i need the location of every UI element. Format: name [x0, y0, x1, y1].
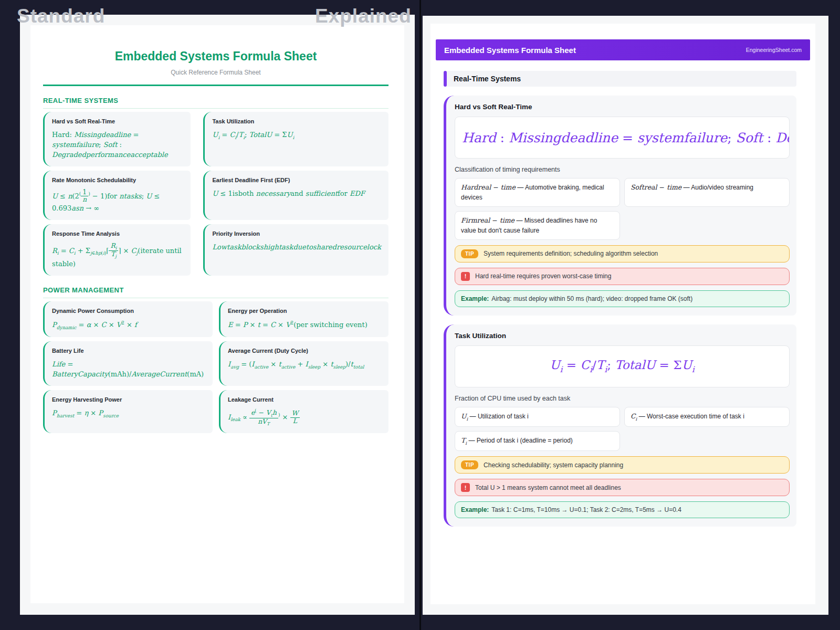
formula-card-edf: Earliest Deadline First (EDF) U ≤ 1isbot…: [203, 171, 388, 220]
param-term: Firmreal − time: [461, 216, 514, 224]
topic-title: Hard vs Soft Real-Time: [455, 103, 790, 111]
param-box-soft: Softreal − time — Audio/video streaming: [624, 178, 790, 207]
warning-text: Hard real-time requires proven worst-cas…: [475, 272, 611, 280]
formula-text: Hard: Missingdeadline = systemfailure; S…: [52, 130, 183, 160]
example-callout: Example: Airbag: must deploy within 50 m…: [455, 290, 790, 307]
tip-text: Checking schedulability; system capacity…: [484, 461, 623, 469]
param-grid: Hardreal − time — Automotive braking, me…: [455, 178, 790, 240]
compare-label-explained: Explained: [315, 5, 412, 27]
standard-page-content: Embedded Systems Formula Sheet Quick Ref…: [30, 25, 404, 603]
formula-text: U ≤ n(2(1n) − 1)for ntasks; U ≤ 0.693asn…: [52, 189, 183, 214]
formula-card-title: Task Utilization: [212, 118, 381, 124]
explained-page-content: Embedded Systems Formula Sheet Engineeri…: [430, 24, 815, 604]
param-desc: — Worst-case execution time of task i: [639, 413, 744, 420]
warning-callout: ! Total U > 1 means system cannot meet a…: [455, 479, 790, 496]
formula-card-title: Average Current (Duty Cycle): [228, 348, 381, 354]
formula-box: Ui = Ci/Ti; TotalU = ΣUi: [455, 345, 790, 387]
formula-text: Hard : Missingdeadline = systemfailure; …: [462, 130, 790, 145]
example-text: Airbag: must deploy within 50 ms (hard);…: [491, 295, 692, 302]
sheet-title: Embedded Systems Formula Sheet: [43, 49, 388, 64]
param-grid: Ui — Utilization of task i Ci — Worst-ca…: [455, 407, 790, 452]
section-heading-realtime: REAL-TIME SYSTEMS: [43, 97, 388, 109]
topic-description: Classification of timing requirements: [455, 166, 790, 173]
explained-header-title: Embedded Systems Formula Sheet: [444, 46, 576, 55]
pane-divider: [419, 0, 421, 630]
section-title: Real-Time Systems: [454, 75, 521, 83]
explained-header-site: EngineeringSheet.com: [746, 47, 802, 53]
param-box-hard: Hardreal − time — Automotive braking, me…: [455, 178, 620, 207]
formula-card-title: Response Time Analysis: [52, 230, 183, 237]
formula-text: Ui = Ci/Ti; TotalU = ΣUi: [550, 358, 695, 374]
topic-card-hard-vs-soft: Hard vs Soft Real-Time Hard : Missingdea…: [444, 96, 796, 316]
param-box-ti: Ti — Period of task i (deadline = period…: [455, 431, 620, 451]
topic-card-task-utilization: Task Utilization Ui = Ci/Ti; TotalU = ΣU…: [444, 324, 796, 527]
tip-callout: TIP Checking schedulability; system capa…: [455, 456, 790, 474]
power-card-grid: Dynamic Power Consumption Pdynamic = α ×…: [43, 301, 388, 433]
section-heading-power: POWER MANAGEMENT: [43, 286, 388, 298]
formula-text: Ileak ∝ e( − VthnVT) × WL: [228, 408, 381, 426]
formula-card-task-utilization: Task Utilization Ui = Ci/Ti; TotalU = ΣU…: [203, 112, 388, 166]
compare-label-standard: Standard: [17, 5, 105, 27]
topic-description: Fraction of CPU time used by each task: [455, 395, 790, 402]
section-accent-bar: [444, 71, 447, 87]
formula-text: Ui = Ci/Ti; TotalU = ΣUi: [212, 130, 381, 141]
formula-card-title: Earliest Deadline First (EDF): [212, 177, 381, 183]
formula-card-title: Leakage Current: [228, 396, 381, 403]
formula-card-rate-monotonic: Rate Monotonic Schedulability U ≤ n(2(1n…: [43, 171, 191, 220]
formula-box: Hard : Missingdeadline = systemfailure; …: [455, 117, 790, 159]
formula-card-battery-life: Battery Life Life = BatteryCapacity(mAh)…: [43, 341, 213, 386]
warning-callout: ! Hard real-time requires proven worst-c…: [455, 268, 790, 285]
formula-card-leakage-current: Leakage Current Ileak ∝ e( − VthnVT) × W…: [219, 390, 388, 433]
param-box-firm: Firmreal − time — Missed deadlines have …: [455, 211, 620, 240]
formula-card-response-time: Response Time Analysis Ri = Ci + Σj∈hp(i…: [43, 224, 191, 276]
title-divider: [43, 85, 388, 86]
tip-text: System requirements definition; scheduli…: [484, 250, 658, 257]
warning-icon: !: [461, 272, 470, 281]
formula-text: Life = BatteryCapacity(mAh)/AverageCurre…: [52, 360, 205, 380]
param-term: Softreal − time: [631, 183, 681, 191]
formula-card-title: Rate Monotonic Schedulability: [52, 177, 183, 183]
example-text: Task 1: C=1ms, T=10ms → U=0.1; Task 2: C…: [491, 506, 681, 513]
tip-badge: TIP: [461, 249, 478, 258]
formula-text: Ri = Ci + Σj∈hp(i)⌈RiTj⌉ × Cj(iterate un…: [52, 243, 183, 269]
formula-card-title: Priority Inversion: [212, 230, 381, 237]
example-label: Example:: [461, 506, 489, 513]
topic-title: Task Utilization: [455, 332, 790, 340]
formula-card-title: Dynamic Power Consumption: [52, 308, 205, 314]
formula-card-priority-inversion: Priority Inversion Lowtaskblockshightask…: [203, 224, 388, 276]
warning-text: Total U > 1 means system cannot meet all…: [475, 484, 621, 491]
warning-icon: !: [461, 483, 470, 492]
formula-card-energy-per-operation: Energy per Operation E = P × t = C × V2(…: [219, 301, 388, 338]
formula-card-hard-vs-soft: Hard vs Soft Real-Time Hard: Missingdead…: [43, 112, 191, 166]
realtime-card-grid: Hard vs Soft Real-Time Hard: Missingdead…: [43, 112, 388, 276]
param-term: Ci: [631, 412, 637, 420]
formula-text: Iavg = (Iactive × tactive + Isleep × tsl…: [228, 360, 381, 370]
param-desc: — Audio/video streaming: [684, 184, 753, 191]
formula-text: E = P × t = C × V2(per switching event): [228, 320, 381, 330]
formula-card-title: Hard vs Soft Real-Time: [52, 118, 183, 124]
formula-text: U ≤ 1isboth necessaryand sufficientfor E…: [212, 189, 381, 199]
formula-text: Pharvest = η × Psource: [52, 408, 205, 419]
standard-page: Embedded Systems Formula Sheet Quick Ref…: [20, 15, 415, 615]
explained-page: Embedded Systems Formula Sheet Engineeri…: [423, 16, 828, 615]
formula-card-title: Energy per Operation: [228, 308, 381, 314]
formula-card-title: Energy Harvesting Power: [52, 396, 205, 403]
param-desc: — Utilization of task i: [470, 413, 529, 420]
formula-card-average-current: Average Current (Duty Cycle) Iavg = (Iac…: [219, 341, 388, 386]
formula-text: Lowtaskblockshightaskduetosharedresource…: [212, 243, 381, 253]
param-term: Ui: [461, 412, 468, 420]
formula-card-dynamic-power: Dynamic Power Consumption Pdynamic = α ×…: [43, 301, 213, 338]
formula-card-energy-harvesting: Energy Harvesting Power Pharvest = η × P…: [43, 390, 213, 433]
example-label: Example:: [461, 295, 489, 302]
param-box-ci: Ci — Worst-case execution time of task i: [624, 407, 790, 427]
sheet-subtitle: Quick Reference Formula Sheet: [43, 69, 388, 76]
formula-text: Pdynamic = α × C × V2 × f: [52, 320, 205, 331]
example-callout: Example: Task 1: C=1ms, T=10ms → U=0.1; …: [455, 501, 790, 518]
param-term: Ti: [461, 436, 467, 444]
formula-card-title: Battery Life: [52, 348, 205, 354]
section-header-realtime: Real-Time Systems: [444, 71, 796, 87]
param-desc: — Period of task i (deadline = period): [468, 437, 572, 444]
tip-callout: TIP System requirements definition; sche…: [455, 245, 790, 262]
param-term: Hardreal − time: [461, 183, 516, 191]
tip-badge: TIP: [461, 460, 478, 469]
